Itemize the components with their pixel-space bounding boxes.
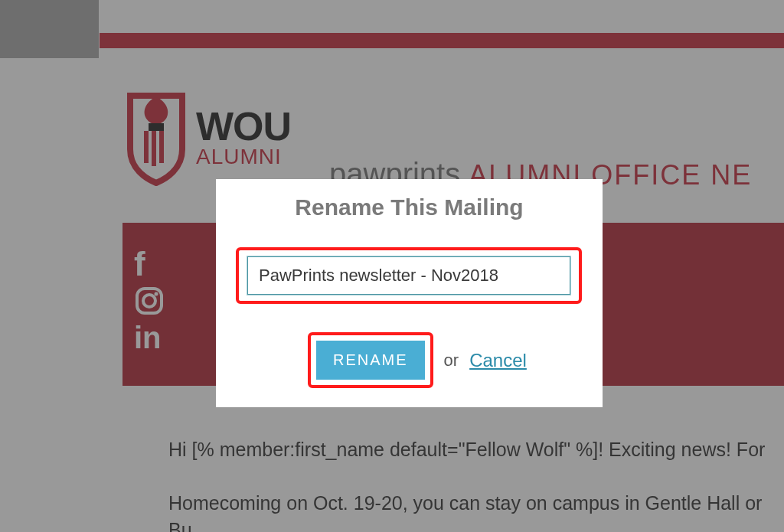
or-label: or <box>444 351 459 370</box>
rename-highlight: RENAME <box>308 332 433 388</box>
gray-corner-block <box>0 0 100 59</box>
modal-button-row: RENAME or Cancel <box>308 332 527 388</box>
input-highlight <box>236 247 582 304</box>
modal-title: Rename This Mailing <box>216 194 603 220</box>
cancel-link[interactable]: Cancel <box>469 350 527 371</box>
rename-button[interactable]: RENAME <box>316 341 425 380</box>
mailing-name-input[interactable] <box>247 256 570 295</box>
rename-modal: Rename This Mailing RENAME or Cancel <box>216 179 603 407</box>
